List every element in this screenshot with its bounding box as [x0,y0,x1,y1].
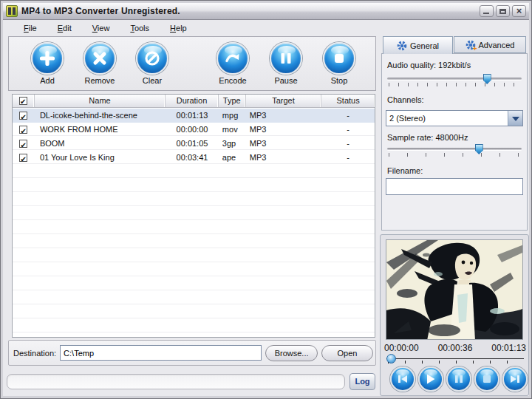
column-type[interactable]: Type [219,95,246,107]
table-row[interactable]: 01 Your Love Is King 00:03:41 ape MP3 - [13,151,375,165]
add-button[interactable]: Add [24,42,70,85]
seek-slider[interactable] [386,355,524,367]
row-checkbox[interactable] [19,112,27,120]
tab-advanced[interactable]: + Advanced [454,36,526,53]
player-panel: 00:00:00 00:00:36 00:01:13 [380,234,529,396]
gear-icon [397,41,407,51]
filename-label: Filename: [387,166,423,175]
toolbar: Add Remove Clear Encode Pause [8,36,376,91]
channels-dropdown[interactable]: 2 (Stereo) [386,110,523,126]
chevron-down-icon [512,117,519,121]
seek-slider-thumb[interactable] [386,354,396,364]
gear-plus-icon: + [466,40,476,50]
time-current: 00:00:36 [432,343,479,353]
sample-rate-slider[interactable] [387,145,522,157]
skip-forward-button[interactable] [502,366,528,392]
menu-help[interactable]: Help [160,21,197,35]
column-name[interactable]: Name [35,95,166,107]
table-row[interactable]: WORK FROM HOME 00:00:00 mov MP3 - [13,123,375,137]
video-preview [386,239,523,340]
menu-bar: File Edit View Tools Help [3,20,529,35]
channels-value: 2 (Stereo) [386,111,508,126]
minimize-icon [483,13,489,14]
time-elapsed: 00:00:00 [384,343,432,353]
audio-quality-slider[interactable] [387,75,522,86]
file-list: Name Duration Type Target Status DL-icok… [12,94,375,338]
sample-rate-label: Sample rate: 48000Hz [387,133,468,142]
stop-button[interactable]: Stop [316,42,362,85]
dropdown-button[interactable] [508,111,522,126]
menu-edit[interactable]: Edit [47,21,82,35]
encode-button[interactable]: Encode [210,42,256,85]
table-header: Name Duration Type Target Status [13,95,375,108]
destination-panel: Destination: Browse... Open [8,340,376,366]
table-row[interactable]: BOOM 00:01:05 3gp MP3 - [13,137,375,151]
row-checkbox[interactable] [19,140,27,148]
minimize-button[interactable] [480,5,494,17]
maximize-button[interactable] [496,5,510,17]
select-all-header[interactable] [13,95,35,107]
no-entry-icon [136,42,168,75]
plus-icon [31,42,64,75]
table-row[interactable]: DL-icoke-behind-the-scene 00:01:13 mpg M… [13,109,375,123]
pause-playback-button[interactable] [446,366,471,392]
row-checkbox[interactable] [19,154,27,162]
maximize-icon [499,9,506,14]
column-status[interactable]: Status [321,95,375,107]
channels-label: Channels: [387,95,424,104]
app-window: MP4 to MP3 Converter Unregistered. × Fil… [0,0,532,399]
stop-icon [323,42,355,75]
remove-button[interactable]: Remove [77,42,123,85]
app-icon [6,5,18,17]
pause-button[interactable]: Pause [263,42,309,85]
progress-bar [7,374,345,389]
select-all-checkbox[interactable] [19,97,27,105]
close-icon: × [513,6,525,16]
log-button[interactable]: Log [349,373,375,390]
destination-label: Destination: [11,349,60,358]
curved-arrow-icon [216,42,249,75]
title-bar: MP4 to MP3 Converter Unregistered. × [3,3,529,20]
x-icon [83,42,116,75]
close-button[interactable]: × [512,5,526,17]
menu-view[interactable]: View [82,21,120,35]
skip-back-button[interactable] [390,366,415,392]
column-target[interactable]: Target [246,95,322,107]
stop-playback-button[interactable] [474,366,499,392]
pause-icon [270,42,302,75]
audio-quality-label: Audio quality: 192kbit/s [387,61,471,69]
destination-input[interactable] [60,345,262,361]
play-button[interactable] [418,366,443,392]
filename-input[interactable] [386,178,523,195]
time-display: 00:00:00 00:00:36 00:01:13 [384,343,526,353]
menu-tools[interactable]: Tools [120,21,160,35]
window-title: MP4 to MP3 Converter Unregistered. [21,6,180,16]
tab-general[interactable]: General [383,36,453,54]
clear-button[interactable]: Clear [129,42,175,85]
time-total: 00:01:13 [479,343,526,353]
open-button[interactable]: Open [321,345,373,361]
menu-file[interactable]: File [13,21,47,35]
browse-button[interactable]: Browse... [265,345,318,361]
row-checkbox[interactable] [19,126,27,134]
column-duration[interactable]: Duration [166,95,219,107]
